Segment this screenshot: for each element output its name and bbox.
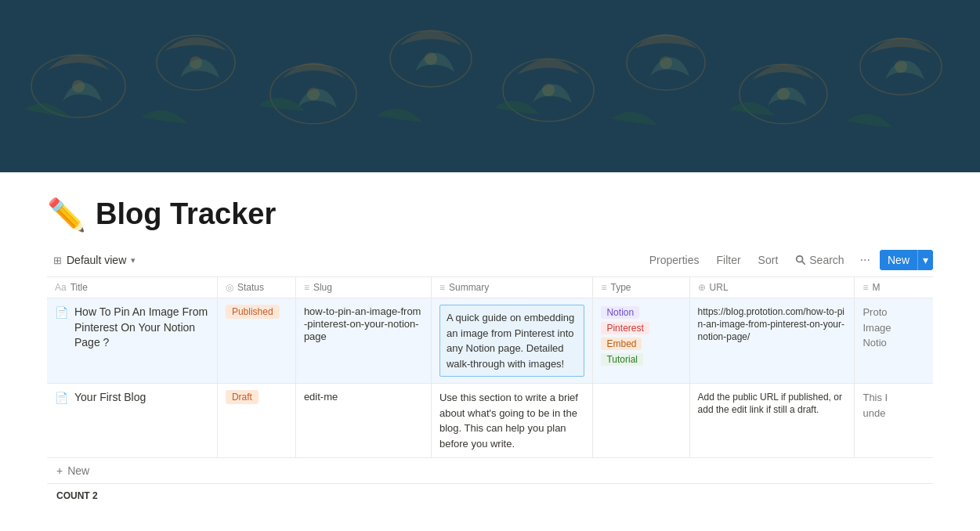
cell-title-1[interactable]: 📄 How To Pin An Image From Pinterest On … — [47, 298, 217, 384]
col-header-type[interactable]: ≡ Type — [593, 277, 689, 298]
svg-point-17 — [797, 256, 803, 262]
text-col-icon: Aa — [55, 282, 67, 293]
new-button-wrapper: New ▾ — [880, 250, 933, 270]
summary-value-1: A quick guide on embedding an image from… — [447, 312, 574, 370]
slug-col-icon: ≡ — [304, 282, 309, 293]
col-title-label: Title — [71, 282, 88, 293]
col-header-title[interactable]: Aa Title — [47, 277, 217, 298]
col-header-url[interactable]: ⊕ URL — [689, 277, 855, 298]
cell-status-2[interactable]: Draft — [217, 384, 295, 458]
page-emoji: ✏️ — [47, 199, 86, 230]
row-icon-1: 📄 — [55, 306, 68, 319]
cell-status-1[interactable]: Published — [217, 298, 295, 384]
new-row-button[interactable]: + New — [47, 458, 933, 484]
table-icon: ⊞ — [53, 255, 62, 266]
table-row: 📄 Your First Blog Draft edit-me Use this… — [47, 384, 933, 458]
properties-label: Properties — [649, 254, 700, 266]
cell-type-1[interactable]: Notion Pinterest Embed Tutorial — [593, 298, 689, 384]
view-selector[interactable]: ⊞ Default view ▾ — [47, 251, 142, 269]
url-value-1: https://blog.prototion.com/how-to-pin-an… — [698, 306, 844, 342]
data-table: Aa Title ◎ Status ≡ Slug — [47, 276, 933, 508]
new-row-label: New — [67, 464, 89, 477]
search-button[interactable]: Search — [789, 251, 850, 269]
cell-url-2[interactable]: Add the public URL if published, or add … — [689, 384, 855, 458]
col-header-slug[interactable]: ≡ Slug — [295, 277, 431, 298]
tag-pinterest: Pinterest — [601, 322, 649, 334]
more-icon: ··· — [860, 253, 870, 266]
chevron-down-icon: ▾ — [131, 255, 136, 266]
properties-button[interactable]: Properties — [643, 251, 706, 269]
col-header-status[interactable]: ◎ Status — [217, 277, 295, 298]
cell-summary-2[interactable]: Use this section to write a brief about … — [431, 384, 593, 458]
count-label: COUNT — [56, 490, 92, 501]
cell-title-2[interactable]: 📄 Your First Blog — [47, 384, 217, 458]
table-row: 📄 How To Pin An Image From Pinterest On … — [47, 298, 933, 384]
svg-rect-0 — [0, 0, 980, 172]
m-col-icon: ≡ — [862, 282, 868, 293]
row-icon-2: 📄 — [55, 392, 68, 404]
header-banner — [0, 0, 980, 172]
row-title-1: How To Pin An Image From Pinterest On Yo… — [74, 305, 209, 351]
cell-m-1[interactable]: ProtoImageNotio — [855, 298, 933, 384]
tag-tutorial: Tutorial — [601, 353, 643, 366]
view-label: Default view — [67, 254, 126, 266]
search-label: Search — [809, 254, 844, 266]
table-header-row: Aa Title ◎ Status ≡ Slug — [47, 277, 933, 298]
m-value-1: ProtoImageNotio — [862, 306, 891, 349]
type-col-icon: ≡ — [601, 282, 606, 293]
cell-m-2[interactable]: This Iunde — [855, 384, 933, 458]
tag-notion: Notion — [601, 306, 639, 319]
col-summary-label: Summary — [449, 282, 489, 293]
sort-label: Sort — [758, 254, 779, 266]
page-title-row: ✏️ Blog Tracker — [47, 197, 933, 231]
status-col-icon: ◎ — [226, 282, 233, 293]
summary-value-2: Use this section to write a brief about … — [439, 392, 578, 450]
m-value-2: This Iunde — [862, 392, 888, 419]
summary-col-icon: ≡ — [439, 282, 445, 293]
new-dropdown-button[interactable]: ▾ — [917, 250, 933, 270]
url-value-2: Add the public URL if published, or add … — [698, 392, 842, 415]
col-slug-label: Slug — [313, 282, 332, 293]
filter-button[interactable]: Filter — [710, 251, 747, 269]
count-value: 2 — [92, 490, 98, 501]
cell-slug-1[interactable]: how-to-pin-an-image-from-pinterest-on-yo… — [295, 298, 431, 384]
col-header-m[interactable]: ≡ M — [855, 277, 933, 298]
cell-type-2[interactable] — [593, 384, 689, 458]
page-title: Blog Tracker — [96, 197, 276, 231]
slug-value-1: how-to-pin-an-image-from-pinterest-on-yo… — [304, 305, 421, 342]
tags-container-1: Notion Pinterest Embed Tutorial — [601, 305, 681, 367]
url-col-icon: ⊕ — [698, 282, 706, 293]
count-row: COUNT 2 — [47, 484, 933, 508]
row-title-2: Your First Blog — [74, 390, 146, 406]
col-type-label: Type — [610, 282, 631, 293]
filter-label: Filter — [716, 254, 740, 266]
tag-embed: Embed — [601, 338, 642, 350]
cell-slug-2[interactable]: edit-me — [295, 384, 431, 458]
plus-icon: + — [56, 464, 63, 477]
slug-value-2: edit-me — [304, 391, 338, 403]
new-arrow-icon: ▾ — [923, 254, 928, 266]
col-url-label: URL — [710, 282, 729, 293]
new-button[interactable]: New — [880, 250, 917, 270]
more-options-button[interactable]: ··· — [855, 250, 875, 270]
col-m-label: M — [872, 282, 880, 293]
col-header-summary[interactable]: ≡ Summary — [431, 277, 593, 298]
toolbar: ⊞ Default view ▾ Properties Filter Sort … — [47, 250, 933, 276]
status-badge-1: Published — [226, 305, 280, 319]
search-icon — [795, 255, 806, 266]
cell-summary-1[interactable]: A quick guide on embedding an image from… — [431, 298, 593, 384]
sort-button[interactable]: Sort — [752, 251, 785, 269]
new-label: New — [888, 254, 909, 266]
status-badge-2: Draft — [226, 390, 259, 404]
svg-line-18 — [802, 262, 805, 264]
cell-url-1[interactable]: https://blog.prototion.com/how-to-pin-an… — [689, 298, 855, 384]
col-status-label: Status — [237, 282, 264, 293]
